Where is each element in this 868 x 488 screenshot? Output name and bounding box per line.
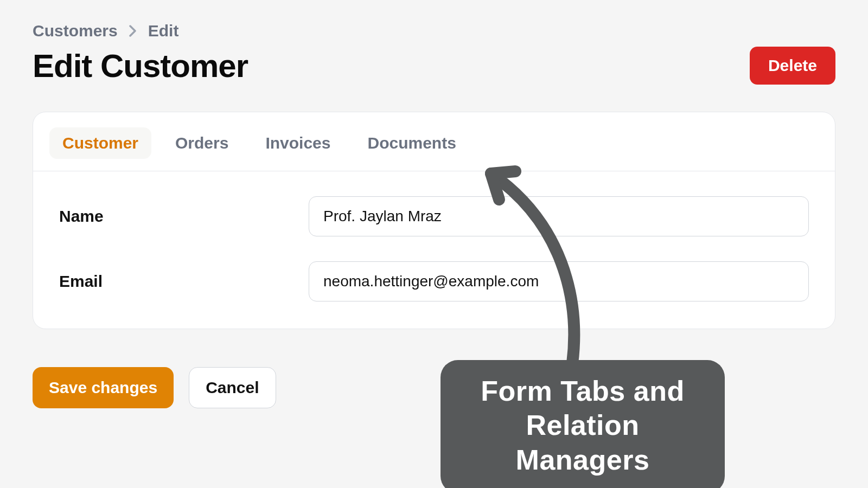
email-field[interactable] [309, 261, 809, 301]
page-title: Edit Customer [33, 47, 248, 85]
form-body: Name Email [33, 171, 835, 329]
breadcrumb-current: Edit [148, 22, 179, 40]
tab-documents[interactable]: Documents [354, 127, 469, 159]
breadcrumb: Customers Edit [33, 22, 835, 40]
annotation-line2: Relation Managers [457, 408, 709, 477]
delete-button[interactable]: Delete [750, 47, 835, 85]
cancel-button[interactable]: Cancel [189, 367, 276, 408]
tab-orders[interactable]: Orders [162, 127, 241, 159]
name-field[interactable] [309, 196, 809, 236]
tabs-row: Customer Orders Invoices Documents [33, 112, 835, 171]
chevron-right-icon [127, 25, 138, 37]
tab-invoices[interactable]: Invoices [252, 127, 343, 159]
annotation-callout: Form Tabs and Relation Managers [441, 360, 725, 488]
form-card: Customer Orders Invoices Documents Name … [33, 112, 835, 329]
breadcrumb-root[interactable]: Customers [33, 22, 118, 40]
save-button[interactable]: Save changes [33, 367, 174, 408]
email-label: Email [59, 272, 309, 291]
name-label: Name [59, 207, 309, 226]
tab-customer[interactable]: Customer [49, 127, 151, 159]
annotation-line1: Form Tabs and [457, 374, 709, 408]
